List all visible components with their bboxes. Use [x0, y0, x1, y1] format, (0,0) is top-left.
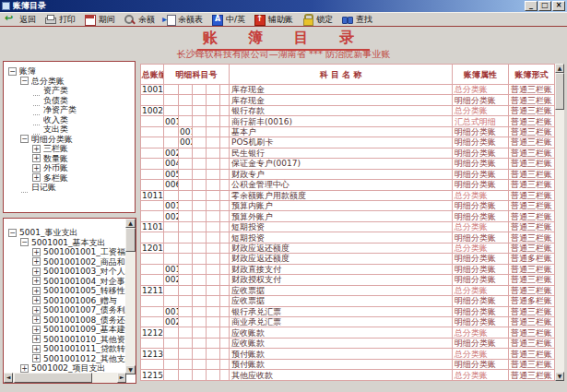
toolbar-button-language[interactable]: 中/英 — [211, 13, 245, 26]
expand-box-icon[interactable]: + — [32, 277, 41, 285]
scroll-down-icon[interactable]: ▼ — [125, 365, 136, 374]
toolbar-button-lock[interactable]: 锁定 — [301, 13, 333, 26]
table-row[interactable]: 001基本户明细分类账普通三栏账 — [141, 126, 555, 137]
subjects-tree-item[interactable]: +5001001010_其他资本性 — [6, 335, 136, 345]
table-vertical-scrollbar[interactable]: ▲ ▼ — [555, 64, 564, 381]
table-row[interactable]: 1001库存现金总分类账普通三栏账 — [141, 85, 555, 95]
scroll-right-icon[interactable]: ► — [117, 373, 126, 383]
expand-box-icon[interactable]: + — [32, 173, 41, 182]
expand-box-icon[interactable]: + — [32, 326, 41, 334]
expand-box-icon[interactable]: + — [32, 257, 41, 266]
subjects-tree-item[interactable]: +5001001002_商品和服务 — [6, 257, 136, 267]
maximize-button[interactable]: □ — [538, 1, 551, 11]
collapse-box-icon[interactable]: − — [8, 67, 17, 76]
toolbar-button-aux-ledger[interactable]: 辅助账 — [254, 13, 293, 26]
table-row[interactable]: 002POS机刷卡明细分类账普通三栏账 — [141, 137, 555, 148]
table-row[interactable]: 001银行承兑汇票明细分类账普通三栏账 — [141, 306, 555, 316]
expand-box-icon[interactable]: + — [32, 315, 41, 324]
expand-box-icon[interactable]: + — [32, 306, 41, 315]
scroll-down-icon[interactable]: ▼ — [555, 372, 564, 381]
scroll-left-icon[interactable]: ◄ — [4, 373, 13, 383]
books-tree-item[interactable]: 净资产类 — [6, 105, 135, 115]
expand-box-icon[interactable]: + — [32, 154, 41, 162]
table-row[interactable]: 1011零余额账户用款额度总分类账普通三栏账 — [141, 190, 555, 200]
table-row[interactable]: 001财政直接支付明细分类账普通三栏账 — [141, 264, 555, 274]
expand-box-icon[interactable]: + — [32, 164, 41, 172]
subjects-horizontal-scrollbar[interactable]: ◄ ► — [4, 373, 126, 383]
expand-box-icon[interactable]: + — [32, 287, 41, 295]
subjects-tree-item[interactable]: +5001001001_工资福利支 — [6, 247, 136, 257]
expand-box-icon[interactable]: + — [32, 248, 41, 256]
table-row[interactable]: 库存现金明细分类账普通三栏账 — [141, 95, 555, 105]
expand-box-icon[interactable]: + — [32, 354, 41, 362]
subjects-tree-item[interactable]: +5001001003_对个人和家 — [6, 267, 136, 277]
table-row[interactable]: 005财政专户明细分类账普通三栏账 — [141, 169, 555, 179]
table-row[interactable]: 004保证金专户(0017)明细分类账普通三栏账 — [141, 159, 555, 169]
table-row[interactable]: 财政应返还额度明细分类账普通多栏账 — [141, 254, 555, 264]
expand-box-icon[interactable]: + — [20, 364, 29, 373]
table-row[interactable]: 1215其他应收款总分类账普通三栏账 — [141, 370, 555, 381]
books-tree-item[interactable]: −账簿 — [6, 66, 135, 77]
collapse-box-icon[interactable]: − — [8, 229, 17, 237]
scrollbar-thumb[interactable] — [14, 373, 92, 383]
subjects-tree-item[interactable]: +5001001011_贷款转贷及 — [6, 344, 136, 354]
subjects-tree-item[interactable]: −5001001_基本支出 — [6, 238, 136, 248]
subjects-tree-item[interactable]: +5001001009_基本建设支 — [6, 325, 136, 335]
table-row[interactable]: 002财政授权支付明细分类账普通三栏账 — [141, 275, 555, 285]
books-tree-item[interactable]: +三栏账 — [6, 144, 135, 154]
table-row[interactable]: 短期投资明细分类账普通三栏账 — [141, 232, 555, 243]
toolbar-button-balance[interactable]: 余额 — [124, 13, 155, 26]
table-row[interactable]: 预付账款明细分类账普通三栏账 — [141, 359, 555, 369]
books-tree-item[interactable]: 支出类 — [6, 125, 135, 135]
table-row[interactable]: 1101短期投资总分类账普通三栏账 — [141, 221, 555, 232]
books-tree-item[interactable]: 负债类 — [6, 96, 135, 106]
expand-box-icon[interactable]: + — [32, 345, 41, 353]
books-tree-item[interactable]: 收入类 — [6, 115, 135, 125]
table-row[interactable]: 1213预付账款总分类账普通三栏账 — [141, 349, 555, 359]
scroll-up-icon[interactable]: ▲ — [555, 64, 564, 73]
table-row[interactable]: 002预算外账户明细分类账普通三栏账 — [141, 211, 555, 221]
toolbar-button-back[interactable]: 返回 — [5, 13, 36, 26]
table-row[interactable]: 应收票据明细分类账普通多栏账 — [141, 296, 555, 306]
expand-box-icon[interactable]: + — [32, 145, 41, 153]
collapse-box-icon[interactable]: − — [20, 238, 29, 246]
books-tree-item[interactable]: +数量账 — [6, 154, 135, 164]
expand-box-icon[interactable]: + — [32, 267, 41, 276]
close-button[interactable]: × — [552, 1, 565, 11]
books-tree-item[interactable]: +多栏账 — [6, 173, 135, 184]
books-tree-item[interactable]: 日记账 — [6, 183, 135, 193]
table-row[interactable]: 006公积金管理中心明细分类账普通三栏账 — [141, 180, 555, 190]
books-tree-item[interactable]: −总分类账 — [6, 77, 135, 87]
expand-box-icon[interactable]: + — [32, 296, 41, 304]
table-row[interactable]: 001预算内账户明细分类账普通三栏账 — [141, 200, 555, 210]
subjects-tree-item[interactable]: +5001001005_转移性支出 — [6, 286, 136, 296]
subjects-vertical-scrollbar[interactable]: ▲ ▼ — [125, 219, 136, 374]
subjects-tree-item[interactable]: +5001001004_对企事业单 — [6, 277, 136, 287]
window-titlebar[interactable]: 账簿目录 _ □ × — [0, 0, 567, 12]
scroll-up-icon[interactable]: ▲ — [125, 219, 136, 228]
collapse-box-icon[interactable]: − — [20, 135, 29, 143]
subjects-tree-item[interactable]: +5001001007_债务利息支 — [6, 305, 136, 315]
books-tree-item[interactable]: 资产类 — [6, 86, 135, 96]
collapse-box-icon[interactable]: − — [20, 77, 29, 85]
table-row[interactable]: 应收账款明细分类账普通三栏账 — [141, 338, 555, 348]
books-tree-item[interactable]: +外币账 — [6, 163, 135, 173]
table-row[interactable]: 1002银行存款总分类账普通三栏账 — [141, 105, 555, 115]
expand-box-icon[interactable]: + — [32, 335, 41, 343]
scrollbar-thumb[interactable] — [125, 228, 136, 252]
toolbar-button-print[interactable]: 打印 — [44, 13, 76, 26]
subjects-tree-item[interactable]: +5001001006_赠与 — [6, 296, 136, 306]
subjects-tree-item[interactable]: +5001001008_债务还本支 — [6, 315, 136, 326]
table-row[interactable]: 1211应收票据总分类账普通三栏账 — [141, 285, 555, 295]
books-tree-item[interactable]: −明细分类账 — [6, 135, 135, 145]
toolbar-button-find[interactable]: 查找 — [341, 13, 372, 26]
table-row[interactable]: 002民生银行明细分类账普通三栏账 — [141, 148, 555, 158]
scrollbar-thumb[interactable] — [555, 73, 564, 110]
subjects-tree-item[interactable]: +5001001012_其他支出 — [6, 354, 136, 364]
table-row[interactable]: 002商业承兑汇票明细分类账普通三栏账 — [141, 316, 555, 327]
toolbar-button-balance-sheet[interactable]: 余额表 — [163, 13, 203, 26]
subjects-tree-item[interactable]: +5001002_项目支出 — [6, 363, 136, 374]
table-row[interactable]: 1201财政应返还额度总分类账普通三栏账 — [141, 243, 555, 253]
subjects-tree-item[interactable]: −5001_事业支出 — [6, 228, 136, 238]
table-row[interactable]: 001商行新丰(0016)汇总式明细普通三栏账 — [141, 116, 555, 126]
